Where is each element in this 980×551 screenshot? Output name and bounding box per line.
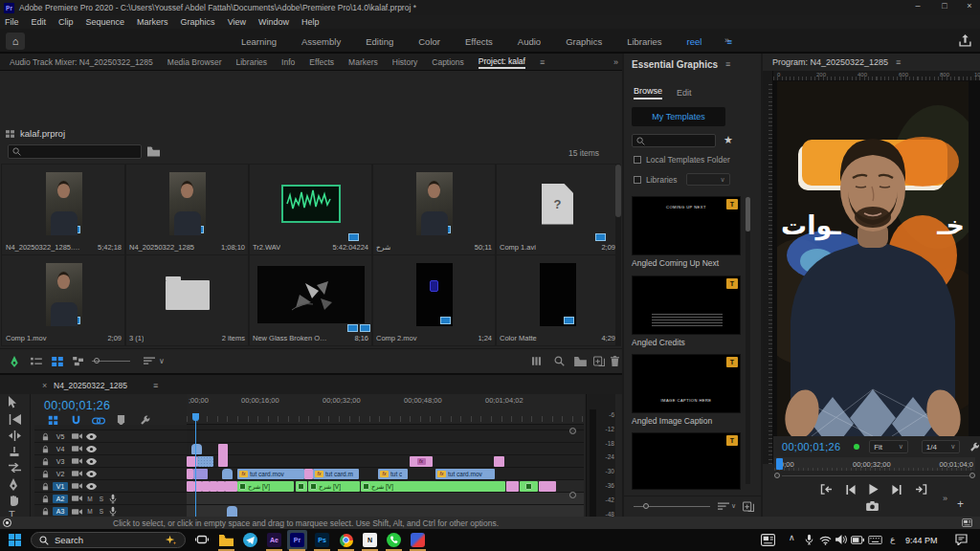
clip[interactable] — [494, 456, 504, 467]
wifi-icon[interactable] — [819, 536, 832, 545]
eye-icon[interactable] — [86, 446, 97, 452]
start-button-icon[interactable] — [9, 534, 21, 546]
workspace-audio[interactable]: Audio — [518, 36, 541, 47]
clip[interactable] — [210, 481, 217, 492]
trash-icon[interactable] — [611, 356, 619, 366]
clip-tut-card[interactable]: fxtut c — [378, 469, 408, 479]
settings-wrench-icon[interactable] — [969, 442, 980, 452]
project-item[interactable]: N4_20250322_1285.MP45;42;18 — [2, 165, 125, 254]
clip[interactable] — [539, 481, 556, 492]
thumb-size-knob[interactable] — [643, 503, 649, 509]
scroll-handle[interactable] — [569, 492, 576, 498]
taskbar-chrome[interactable] — [338, 532, 354, 548]
timeline-ruler[interactable]: ;00;00 00;00;16;00 00;00;32;00 00;00;48;… — [187, 394, 584, 425]
menu-edit[interactable]: Edit — [32, 17, 47, 27]
workspace-graphics[interactable]: Graphics — [566, 36, 602, 47]
lock-icon[interactable] — [42, 507, 49, 516]
clip[interactable] — [225, 481, 237, 492]
project-item[interactable]: N4_20250322_12851;08;10 — [125, 165, 249, 254]
menu-window[interactable]: Window — [258, 17, 289, 27]
eye-icon[interactable] — [86, 471, 97, 477]
step-forward-icon[interactable] — [892, 485, 902, 495]
tab-project-kalaf-active[interactable]: Project: kalaf — [479, 55, 525, 69]
program-video-area[interactable]: خـ ـوات — [773, 81, 980, 436]
clip[interactable] — [520, 481, 538, 492]
track-header-v5[interactable]: V5 — [34, 430, 187, 443]
my-templates-dropdown[interactable]: My Templates — [632, 107, 725, 126]
libraries-checkbox[interactable]: Libraries ∨ — [634, 173, 730, 186]
mic-icon[interactable] — [109, 506, 117, 517]
scrub-handle-right[interactable] — [969, 473, 975, 478]
solo-button[interactable]: S — [98, 496, 105, 502]
scroll-handle[interactable] — [569, 428, 576, 434]
clip[interactable] — [218, 444, 228, 467]
source-patch-icon[interactable] — [72, 482, 82, 490]
clip-sharh[interactable] — [296, 481, 307, 492]
track-header-v2[interactable]: V2 — [34, 468, 187, 480]
project-item[interactable]: New Glass Broken Overla...8;16 — [249, 255, 372, 345]
clip-tut-card[interactable]: fxtut card.mov — [435, 469, 495, 479]
track-name[interactable]: V4 — [53, 445, 68, 453]
menu-sequence[interactable]: Sequence — [86, 17, 125, 27]
slip-tool-icon[interactable] — [9, 463, 21, 473]
taskbar-search-input[interactable]: Search — [31, 532, 186, 548]
clip[interactable]: fx — [410, 456, 433, 467]
pen-icon[interactable] — [10, 356, 19, 367]
template-item[interactable]: T — [632, 432, 741, 490]
template-item[interactable]: T Angled Credits — [632, 276, 741, 347]
clip-tut-card[interactable]: fxtut card.mov — [237, 469, 304, 479]
workspace-reel-active[interactable]: reel — [687, 36, 702, 47]
taskbar-after-effects[interactable]: Ae — [266, 532, 282, 548]
program-playhead[interactable] — [776, 458, 783, 470]
clip[interactable] — [217, 481, 225, 492]
clip[interactable] — [506, 481, 519, 492]
source-patch-icon[interactable] — [72, 495, 82, 502]
hand-tool-icon[interactable] — [9, 495, 20, 506]
linked-selection-icon[interactable] — [92, 417, 105, 425]
automate-sequence-icon[interactable] — [532, 357, 544, 365]
lock-icon[interactable] — [42, 432, 49, 441]
language-indicator[interactable]: ع — [890, 535, 895, 544]
taskbar-file-explorer[interactable] — [218, 532, 234, 548]
workspace-libraries[interactable]: Libraries — [627, 36, 661, 47]
clip-tut-card[interactable]: fxtut card.m — [313, 469, 359, 479]
tab-effects[interactable]: Effects — [309, 57, 334, 67]
program-scrub-bar[interactable]: 0;00 00;00;32;00 00;01;04;0 — [774, 457, 975, 471]
track-name-selected[interactable]: V1 — [53, 482, 68, 491]
playback-resolution-dropdown[interactable]: 1/4∨ — [922, 440, 961, 453]
go-to-out-icon[interactable] — [915, 484, 927, 495]
project-item[interactable]: شرح50;11 — [372, 165, 496, 254]
tab-audio-track-mixer[interactable]: Audio Track Mixer: N4_20250322_1285 — [10, 57, 153, 67]
export-frame-icon[interactable] — [866, 501, 879, 511]
close-button[interactable]: × — [961, 1, 978, 11]
tab-browse[interactable]: Browse — [634, 86, 662, 99]
source-patch-icon[interactable] — [72, 445, 82, 452]
taskbar-premiere-pro-active[interactable]: Pr — [289, 532, 305, 548]
menu-graphics[interactable]: Graphics — [181, 17, 215, 27]
track-name[interactable]: V3 — [53, 457, 68, 466]
clip-sharh[interactable]: شرح [V] — [237, 481, 294, 492]
local-templates-checkbox[interactable]: Local Templates Folder — [634, 155, 730, 165]
tab-edit[interactable]: Edit — [677, 88, 692, 98]
timeline-panel-menu-icon[interactable]: ≡ — [153, 381, 158, 390]
track-header-a2[interactable]: A2 M S — [34, 493, 187, 505]
search-bin-icon[interactable] — [147, 146, 160, 157]
workspace-assembly[interactable]: Assembly — [301, 36, 341, 47]
clip[interactable] — [222, 469, 233, 479]
taskbar-photoshop[interactable]: Ps — [314, 532, 330, 548]
new-bin-icon[interactable] — [574, 357, 587, 366]
menu-view[interactable]: View — [228, 17, 246, 27]
lock-icon[interactable] — [42, 457, 49, 466]
star-filter-icon[interactable]: ★ — [724, 134, 733, 146]
pen-tool-icon[interactable] — [9, 478, 18, 491]
new-item-icon[interactable] — [593, 356, 605, 366]
essential-graphics-menu-icon[interactable]: ≡ — [725, 59, 730, 69]
clip[interactable] — [191, 444, 202, 454]
templates-scrollbar[interactable] — [746, 197, 750, 484]
status-tray-icon[interactable] — [962, 518, 972, 527]
project-search-input[interactable] — [8, 144, 142, 159]
track-select-tool-icon[interactable] — [9, 414, 21, 425]
track-header-v1[interactable]: V1 — [34, 480, 187, 493]
solo-button[interactable]: S — [98, 508, 105, 515]
tab-info[interactable]: Info — [281, 57, 295, 67]
